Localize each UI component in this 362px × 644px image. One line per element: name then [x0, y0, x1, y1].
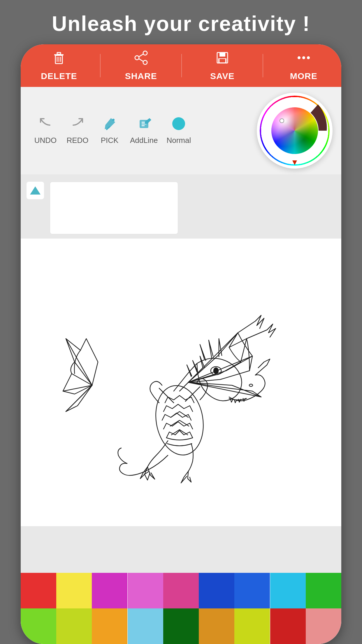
color-swatch-darkred[interactable] [270, 608, 306, 644]
addline-button[interactable]: AddLine [126, 113, 162, 148]
share-icon [133, 50, 149, 69]
svg-line-9 [139, 54, 143, 57]
undo-label: UNDO [34, 136, 57, 145]
svg-point-8 [135, 56, 139, 60]
main-toolbar: DELETE SHARE [21, 44, 341, 87]
more-button[interactable]: MORE [286, 50, 321, 81]
color-picker-dot [280, 118, 284, 123]
color-swatch-darkgreen[interactable] [163, 608, 199, 644]
divider-1 [100, 54, 101, 77]
redo-icon [70, 116, 85, 134]
phone-container: DELETE SHARE [21, 44, 341, 644]
more-icon [296, 50, 311, 69]
normal-button[interactable]: Normal [162, 113, 195, 148]
share-button[interactable]: SHARE [124, 50, 159, 81]
color-swatch-lime[interactable] [56, 608, 92, 644]
undo-button[interactable]: UNDO [29, 113, 61, 148]
delete-button[interactable]: DELETE [41, 50, 77, 81]
color-swatch-pink[interactable] [163, 573, 199, 608]
color-swatch-blue2[interactable] [234, 573, 270, 608]
addline-label: AddLine [130, 136, 158, 145]
svg-line-10 [139, 59, 143, 62]
color-swatch-lightblue[interactable] [128, 608, 163, 644]
color-swatch-magenta2[interactable] [128, 573, 163, 608]
color-swatch-blue1[interactable] [199, 573, 234, 608]
svg-marker-24 [145, 118, 151, 124]
svg-point-15 [298, 56, 301, 59]
color-swatch-red[interactable] [21, 573, 56, 608]
app-title: Unleash your creativity ! [46, 0, 316, 44]
svg-line-28 [66, 339, 92, 385]
secondary-toolbar: UNDO REDO PICK [21, 87, 341, 174]
brush-up-arrow[interactable] [27, 182, 44, 199]
color-swatch-cyan[interactable] [270, 573, 306, 608]
svg-line-35 [188, 356, 252, 382]
svg-point-7 [143, 60, 147, 64]
brush-slider[interactable] [50, 182, 178, 234]
svg-rect-2 [57, 52, 61, 54]
normal-icon [171, 116, 186, 134]
pick-label: PICK [101, 136, 119, 145]
delete-label: DELETE [41, 71, 77, 81]
addline-icon [137, 116, 151, 134]
undo-icon [38, 116, 53, 134]
svg-point-17 [307, 56, 310, 59]
color-swatch-green1[interactable] [306, 573, 341, 608]
drawing-canvas[interactable] [21, 239, 341, 526]
divider-3 [263, 54, 263, 77]
svg-rect-12 [219, 52, 225, 57]
svg-point-19 [112, 119, 115, 121]
normal-label: Normal [166, 136, 191, 145]
svg-point-16 [302, 56, 305, 59]
save-icon [215, 50, 230, 69]
save-label: SAVE [210, 71, 234, 81]
share-label: SHARE [125, 71, 157, 81]
more-label: MORE [290, 71, 317, 81]
svg-line-30 [66, 385, 92, 412]
color-swatch-yellowgreen[interactable] [234, 608, 270, 644]
pick-button[interactable]: PICK [94, 113, 126, 148]
color-wheel[interactable] [257, 93, 333, 169]
color-swatch-yellow[interactable] [56, 573, 92, 608]
color-swatch-magenta1[interactable] [92, 573, 127, 608]
brush-size-area [21, 174, 341, 239]
color-swatch-orange[interactable] [92, 608, 127, 644]
svg-point-25 [172, 117, 185, 130]
svg-point-37 [249, 384, 253, 386]
delete-icon [51, 50, 66, 69]
color-swatch-green2[interactable] [21, 608, 56, 644]
bottom-slider-area [21, 526, 341, 573]
save-button[interactable]: SAVE [205, 50, 240, 81]
svg-rect-14 [219, 59, 225, 62]
redo-button[interactable]: REDO [61, 113, 94, 148]
svg-line-29 [63, 385, 92, 391]
color-palette [21, 573, 341, 644]
divider-2 [181, 54, 182, 77]
pick-icon [102, 116, 117, 134]
redo-label: REDO [66, 136, 88, 145]
svg-point-6 [143, 51, 147, 55]
color-swatch-goldenrod[interactable] [199, 608, 234, 644]
color-swatch-lightpink[interactable] [306, 608, 341, 644]
